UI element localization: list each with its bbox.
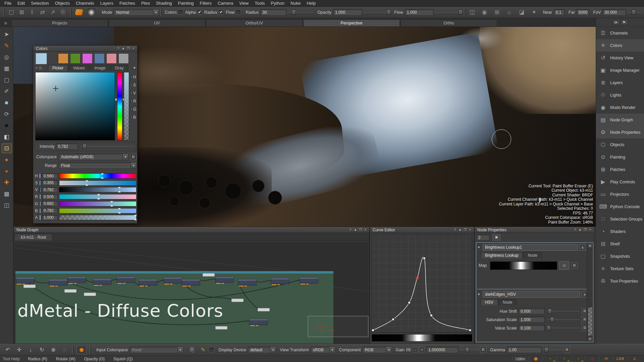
help-icon[interactable]: ? [573, 228, 578, 232]
input-colorspace-dropdown[interactable]: linear ▼ [130, 347, 183, 353]
gain-field[interactable]: 1.000000 [426, 347, 459, 353]
menu-item[interactable]: Filters [197, 0, 215, 6]
help-icon[interactable]: ? [348, 228, 353, 232]
mirror-page-tool[interactable]: ◫ [2, 200, 12, 210]
udim-gauge-warning-1-icon[interactable]: ◔ [543, 356, 557, 362]
channel-gradient-bar[interactable] [59, 187, 137, 192]
curve-editor-canvas[interactable] [372, 234, 472, 333]
menu-item[interactable]: Shading [153, 0, 175, 6]
sidebar-item-patches[interactable]: ⊞ Patches [596, 163, 644, 176]
chevron-down-icon[interactable]: ▼ [329, 347, 335, 353]
viewport-tab[interactable]: Projects [11, 19, 108, 26]
save-project-icon[interactable]: ⇩ [27, 8, 37, 17]
near-field[interactable]: 0.1 [554, 9, 565, 16]
channel-value-field[interactable]: 0.505 [42, 194, 58, 200]
property-value-field[interactable]: 0.000 [519, 308, 545, 314]
mirror-icon[interactable]: ◪ [517, 8, 527, 17]
checkbox-icon[interactable] [236, 10, 241, 15]
sidebar-item-lights[interactable]: ☉ Lights [596, 89, 644, 101]
sidebar-item-python-console[interactable]: ⌨ Python Console [596, 200, 644, 213]
menu-item[interactable]: Help [304, 0, 319, 6]
sidebar-item-shaders[interactable]: ◔ Shaders [596, 225, 644, 238]
fov-field[interactable]: 30.000 [602, 9, 626, 16]
udim-target-icon[interactable]: ⬢ [529, 356, 543, 362]
paint-through-icon[interactable]: ◉ [479, 8, 490, 17]
palette-swatch-slate-blue[interactable] [94, 53, 105, 64]
channel-value-field[interactable]: 0.682 [42, 201, 58, 206]
flow-slider[interactable] [434, 9, 462, 16]
blue-slider[interactable]: B 0.782 [35, 208, 137, 214]
colorspace-reset-button[interactable]: R [130, 154, 137, 160]
channel-letter[interactable]: B [131, 113, 137, 121]
viewport-tab[interactable]: Ortho/UV [206, 19, 303, 26]
pattern-tool[interactable]: ▩ [2, 189, 12, 199]
node-properties-header[interactable]: Node Properties ?▲❐× [475, 227, 594, 233]
collapse-arrow-icon[interactable]: ▼ [477, 246, 481, 249]
gain-reset-button[interactable]: R [480, 347, 486, 353]
checkbox-icon[interactable] [197, 10, 202, 15]
channel-gradient-bar[interactable] [59, 180, 137, 186]
tab-hsv[interactable]: HSV [481, 299, 498, 305]
gain-slider[interactable] [459, 347, 480, 353]
background-color-swatch[interactable]: ■ [2, 121, 12, 130]
channel-gradient-bar[interactable] [59, 194, 137, 199]
node-graph-canvas[interactable]: dMetal - Diffuse Colors [14, 242, 369, 344]
node-name-field[interactable]: Brightness Lookup1 [483, 244, 578, 251]
fov-slider[interactable] [626, 9, 643, 16]
viewport-tab[interactable]: UV [109, 19, 205, 26]
mode-dropdown[interactable]: Normal ▼ [114, 9, 159, 16]
channel-letter[interactable]: G [131, 105, 137, 113]
property-slider[interactable] [546, 316, 580, 323]
channel-gradient-bar[interactable] [59, 173, 137, 179]
radius-field[interactable]: 30 [260, 9, 286, 16]
paint-option-checkbox[interactable]: Colors [165, 10, 183, 15]
checkbox-icon[interactable] [178, 10, 183, 15]
palette-swatch-green[interactable] [70, 53, 80, 64]
udim-gauge-warning-3-icon[interactable]: ◔ [571, 356, 585, 362]
collapse-icon[interactable]: ▲ [578, 228, 583, 232]
help-icon[interactable]: ? [452, 228, 458, 232]
toolbar-grip[interactable] [90, 346, 91, 354]
sidebar-item-image-manager[interactable]: ▣ Image Manager [596, 64, 644, 76]
toolbar-grip[interactable] [464, 8, 465, 16]
hue-slider[interactable]: H 0.560 [35, 173, 137, 179]
toolbar-grip[interactable] [161, 8, 162, 16]
channel-gradient-bar[interactable] [59, 208, 137, 214]
intensity-slider[interactable] [79, 143, 135, 150]
green-slider[interactable]: G 0.682 [35, 201, 137, 207]
udim-error-icon[interactable]: ⚠ [585, 356, 599, 362]
shader-sphere-b-icon[interactable]: ● [2, 166, 12, 176]
sidebar-item-colors[interactable]: ✳ Colors [596, 39, 644, 52]
udim-gauge-warning-2-icon[interactable]: ◔ [557, 356, 571, 362]
properties-scrollbar[interactable]: ▲ ▼ [587, 243, 593, 342]
gamma-field[interactable]: 1.00 [507, 347, 542, 353]
symmetry-icon[interactable]: ⊞ [492, 8, 502, 17]
sidebar-item-texture-sets[interactable]: ≡ Texture Sets [596, 262, 644, 275]
close-project-icon[interactable]: ⊠ [16, 8, 27, 17]
lookup-map-preview[interactable] [490, 261, 557, 270]
map-reset-button[interactable]: R [571, 262, 578, 269]
paint-target-button[interactable]: ⬢ [76, 346, 87, 354]
grid-tool[interactable]: ▦ [2, 64, 12, 73]
sidebar-item-modo-render[interactable]: ◉ Modo Render [596, 101, 644, 114]
property-value-field[interactable]: 1.000 [519, 316, 545, 323]
chevron-down-icon[interactable]: ▼ [153, 9, 159, 15]
float-icon[interactable]: ❐ [126, 46, 131, 51]
menu-item[interactable]: Objects [52, 0, 73, 6]
flow-field[interactable]: 1.000 [405, 9, 434, 16]
collapse-arrow-icon[interactable]: ▼ [477, 293, 481, 296]
channel-value-field[interactable]: 0.782 [42, 208, 58, 214]
channel-value-field[interactable]: 0.560 [42, 173, 58, 179]
opacity-field[interactable]: 1.000 [333, 9, 362, 16]
chevron-down-icon[interactable]: ▼ [270, 347, 276, 353]
menu-item[interactable]: Selection [28, 0, 52, 6]
export-icon[interactable]: ⇗ [48, 8, 58, 17]
bake-down-icon[interactable]: ↓ [25, 346, 36, 354]
patch-lock-icon[interactable]: ⌂ [504, 8, 515, 17]
close-icon[interactable]: × [363, 228, 368, 232]
udim-export-icon[interactable]: ⇓ [627, 356, 641, 362]
sidebar-item-shelf[interactable]: ⊟ Shelf [596, 238, 644, 250]
far-field[interactable]: 5000 [577, 9, 590, 16]
udim-ldr-icon[interactable]: LDR [613, 356, 627, 362]
scrollbar-thumb[interactable] [588, 307, 593, 336]
